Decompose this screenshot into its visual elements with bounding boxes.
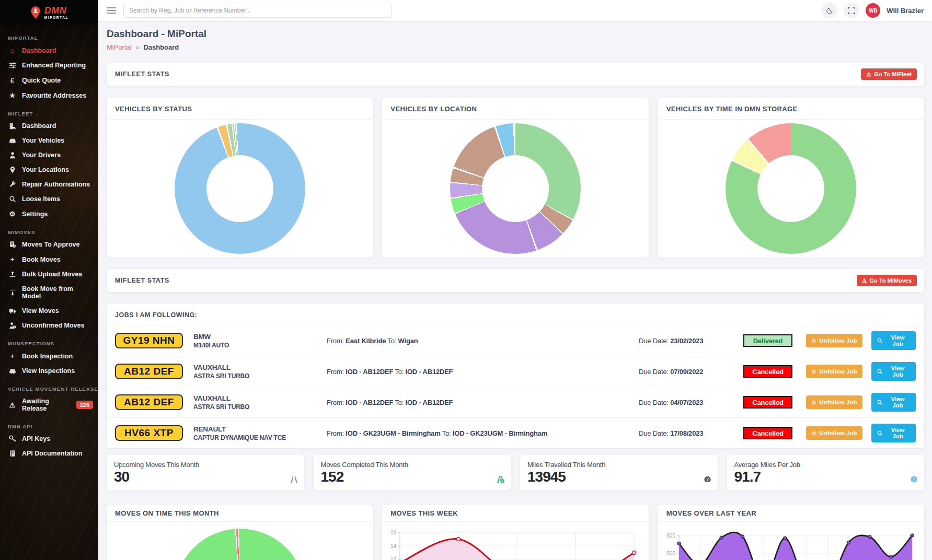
status-cell: Cancelled [743,396,806,409]
document-check-icon [8,241,17,248]
from-value: IOD - GK23UGM - Birmingham [346,429,440,437]
stat-value: 152 [321,470,504,484]
sidebar-item-api-keys[interactable]: API Keys [0,431,98,446]
sidebar-item-your-locations[interactable]: Your Locations [0,162,98,177]
upload-icon [8,271,17,278]
plate-cell: HV66 XTP [115,425,193,441]
view-job-button[interactable]: View Job [871,424,916,442]
search-input[interactable] [123,4,392,18]
stat-value: 91.7 [734,470,917,484]
breadcrumb: MiPortal » Dashboard [107,43,924,51]
due-date-cell: Due Date: 04/07/2023 [639,399,743,406]
map-pin-icon [8,166,17,173]
sidebar-item-label: View Moves [22,307,59,314]
route-cell: From: East Kilbride To: Wigan [327,337,639,345]
vehicle-make: RENAULT [193,425,327,433]
sidebar-item-book-moves[interactable]: +Book Moves [0,252,98,267]
go-to-mimoves-button[interactable]: ⚠ Go To MiMoves [857,275,917,286]
user-avatar[interactable]: WB [866,3,880,18]
from-value: IOD - AB12DEF [346,368,393,376]
job-row: AB12 DEF VAUXHALL ASTRA SRI TURBO From: … [107,387,924,418]
dmn-pin-icon [30,6,41,19]
sidebar-item-your-vehicles[interactable]: Your Vehicles [0,133,98,148]
magnifier-icon [877,400,883,405]
sidebar-item-quick-quote[interactable]: £Quick Quote [0,73,98,88]
sidebar-item-unconfirmed-moves[interactable]: ?Unconfirmed Moves [0,318,98,333]
unfollow-job-button[interactable]: ☆Unfollow Job [806,365,862,378]
sidebar-item-dashboard[interactable]: ⌂Dashboard [0,43,98,58]
due-date-cell: Due Date: 23/02/2023 [639,337,743,345]
stat-card-average-miles-per-job: Average Miles Per Job 91.7 [727,455,925,491]
due-date-value: 07/09/2022 [670,368,703,376]
due-date-value: 23/02/2023 [670,337,703,345]
sidebar-item-view-inspections[interactable]: View Inspections [0,364,98,378]
plus-icon: + [8,352,17,360]
moves-on-time-donut [175,529,305,560]
sidebar-item-book-inspection[interactable]: +Book Inspection [0,348,98,364]
job-row: HV66 XTP RENAULT CAPTUR DYNAMIQUE NAV TC… [107,418,924,448]
sidebar-section-header: MIINSPECTIONS [8,341,98,346]
view-job-button[interactable]: View Job [871,362,916,381]
sidebar-item-favourite-addresses[interactable]: ★Favourite Addresses [0,88,98,103]
app-name: DMN [44,6,68,15]
sidebar-item-label: Loose Items [22,195,60,203]
unfollow-job-button[interactable]: ☆Unfollow Job [806,395,862,409]
from-label: From: [327,399,346,406]
sidebar-item-label: Quick Quote [22,77,61,84]
menu-toggle-icon[interactable] [107,7,116,14]
view-job-button[interactable]: View Job [871,331,916,350]
jobs-following-card: JOBS I AM FOLLOWING: GY19 NHN BMW M140I … [107,304,924,448]
star-outline-icon: ☆ [811,429,816,437]
sidebar-item-moves-to-approve[interactable]: Moves To Approve [0,237,98,252]
sidebar-item-view-moves[interactable]: View Moves [0,304,98,318]
moves-on-time-card: MOVES ON TIME THIS MONTH [107,505,373,560]
sliders-icon [8,62,17,69]
breadcrumb-separator: » [136,44,140,51]
user-name: Will Brazier [887,7,924,15]
sidebar-item-label: View Inspections [22,367,75,375]
sidebar-item-bulk-upload-moves[interactable]: Bulk Upload Moves [0,267,98,282]
unfollow-job-button[interactable]: ☆Unfollow Job [806,334,862,347]
magnifier-icon [877,430,883,436]
home-icon: ⌂ [8,46,17,54]
svg-text:14: 14 [390,543,397,549]
sidebar-item-api-documentation[interactable]: API Documentation [0,446,98,461]
moves-over-year-card: MOVES OVER LAST YEAR 600500 [658,505,924,560]
sidebar-item-label: Book Move from Model [22,285,93,300]
sidebar-item-dashboard[interactable]: Dashboard [0,119,98,133]
sidebar-item-repair-authorisations[interactable]: Repair Authorisations [0,177,98,192]
to-value: Wigan [398,337,418,345]
view-job-button[interactable]: View Job [871,393,916,412]
logo[interactable]: DMN MIPORTAL [0,0,98,25]
unfollow-job-button[interactable]: ☆Unfollow Job [806,426,862,440]
sidebar-item-loose-items[interactable]: Loose Items [0,192,98,206]
page-title: Dashboard - MiPortal [107,28,924,40]
sidebar-item-label: Bulk Upload Moves [22,271,82,278]
mimoves-stats-bar: MIFLEET STATS ⚠ Go To MiMoves [107,269,924,292]
pound-icon: £ [8,76,17,84]
stat-value: 13945 [527,470,710,484]
sidebar-item-enhanced-reporting[interactable]: Enhanced Reporting [0,58,98,73]
sidebar-item-book-move-from-model[interactable]: Book Move from Model [0,282,98,304]
magnifier-pin-icon [8,195,17,203]
sidebar-item-settings[interactable]: ⚙Settings [0,206,98,221]
star-outline-icon: ☆ [811,337,816,344]
breadcrumb-miportal-link[interactable]: MiPortal [107,43,132,51]
sidebar-item-label: Moves To Approve [22,241,79,248]
due-date-cell: Due Date: 07/09/2022 [639,368,743,376]
vehicles-by-time-title: VEHICLES BY TIME IN DMN STORAGE [658,98,924,120]
sidebar-item-your-drivers[interactable]: Your Drivers [0,148,98,162]
go-to-mifleet-button[interactable]: ⚠ Go To MiFleet [861,68,917,80]
stat-label: Moves Completed This Month [321,461,504,469]
unfollow-cell: ☆Unfollow Job [806,426,871,440]
unfollow-cell: ☆Unfollow Job [806,334,871,347]
theme-toggle-button[interactable] [822,3,837,18]
to-label: To: [442,429,453,437]
sidebar-item-awaiting-release[interactable]: ⚠Awaiting Release226 [0,394,98,416]
vehicles-by-time-donut [726,123,856,254]
car-icon [8,367,17,375]
vehicles-by-status-donut [175,123,305,254]
fullscreen-button[interactable] [844,3,859,18]
due-date-label: Due Date: [639,399,670,406]
moves-this-week-title: MOVES THIS WEEK [382,505,648,522]
